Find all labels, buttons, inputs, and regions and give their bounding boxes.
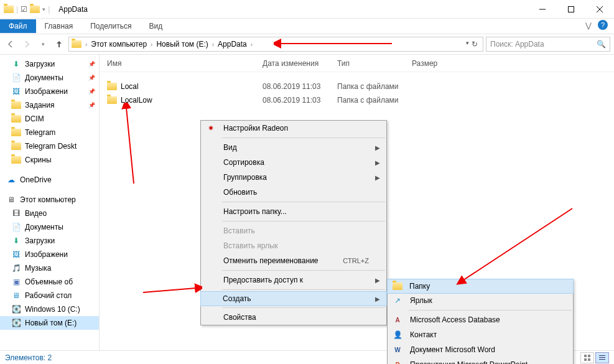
sidebar-item-thispc[interactable]: 🖥Этот компьютер — [0, 193, 99, 207]
search-box[interactable]: Поиск: AppData 🔍 — [486, 37, 610, 52]
back-button[interactable] — [4, 37, 17, 51]
refresh-icon[interactable]: ↻ — [472, 40, 478, 49]
menu-label: Вставить ярлык — [223, 241, 278, 250]
search-placeholder: Поиск: AppData — [490, 40, 544, 49]
column-date[interactable]: Дата изменения — [263, 59, 337, 68]
chevron-right-icon[interactable]: › — [251, 41, 253, 48]
ribbon-tab[interactable]: Главная — [36, 19, 82, 33]
menu-label: Контакт — [410, 330, 437, 339]
menu-label: Папку — [409, 282, 430, 291]
folder-icon[interactable] — [30, 6, 40, 13]
svg-rect-5 — [588, 355, 590, 357]
maximize-button[interactable] — [557, 0, 585, 19]
sidebar-item-label: Задания — [25, 101, 54, 110]
breadcrumb-segment[interactable]: Новый том (E:) — [154, 40, 210, 49]
submenu-folder[interactable]: Папку — [387, 279, 574, 294]
submenu-word-doc[interactable]: WДокумент Microsoft Word — [388, 342, 573, 357]
menu-group[interactable]: Группировка▶ — [201, 170, 386, 185]
sidebar-item-folder[interactable]: Задания📌 — [0, 98, 99, 112]
qat-dropdown-icon[interactable]: ▾ — [42, 6, 45, 12]
sidebar-item-videos[interactable]: 🎞Видео — [0, 207, 99, 220]
qat-checkbox-icon[interactable]: ☑ — [21, 5, 27, 14]
pin-icon: 📌 — [88, 88, 95, 95]
recent-dropdown[interactable]: ▾ — [36, 37, 50, 51]
pictures-icon: 🖼 — [11, 86, 21, 96]
chevron-right-icon[interactable]: › — [212, 41, 214, 48]
sidebar-item-drive[interactable]: 💽Новый том (E:) — [0, 316, 99, 330]
menu-label: Сортировка — [223, 158, 264, 167]
submenu-access-db[interactable]: AMicrosoft Access Database — [388, 312, 573, 327]
sidebar-item-folder[interactable]: Скрины — [0, 153, 99, 167]
file-tab[interactable]: Файл — [0, 19, 36, 33]
menu-undo[interactable]: Отменить переименованиеCTRL+Z — [201, 253, 386, 268]
sidebar-item-folder[interactable]: DCIM — [0, 112, 99, 126]
ribbon-tab[interactable]: Вид — [140, 19, 171, 33]
contact-icon: 👤 — [393, 330, 402, 340]
ribbon-tab[interactable]: Поделиться — [81, 19, 140, 33]
sidebar-item-downloads[interactable]: ⬇Загрузки — [0, 234, 99, 248]
menu-properties[interactable]: Свойства — [201, 310, 386, 325]
menu-create[interactable]: Создать▶ — [200, 291, 387, 306]
sidebar-item-pictures[interactable]: 🖼Изображени — [0, 248, 99, 261]
window-title: AppData — [53, 5, 528, 14]
sidebar-item-folder[interactable]: Telegram — [0, 126, 99, 139]
view-details-button[interactable] — [595, 352, 609, 363]
sidebar-item-drive[interactable]: 💽Windows 10 (C:) — [0, 302, 99, 316]
chevron-right-icon[interactable]: › — [85, 41, 87, 48]
menu-refresh[interactable]: Обновить — [201, 185, 386, 200]
access-icon: A — [393, 315, 402, 325]
file-row[interactable]: Local 08.06.2019 11:03 Папка с файлами — [100, 80, 614, 93]
sidebar-item-pictures[interactable]: 🖼Изображени📌 — [0, 85, 99, 98]
column-type[interactable]: Тип — [337, 59, 412, 68]
column-size[interactable]: Размер — [412, 59, 462, 68]
up-button[interactable] — [52, 37, 66, 51]
address-bar[interactable]: › Этот компьютер › Новый том (E:) › AppD… — [68, 37, 483, 52]
sidebar-item-documents[interactable]: 📄Документы — [0, 220, 99, 234]
menu-view[interactable]: Вид▶ — [201, 140, 386, 155]
computer-icon: 🖥 — [6, 195, 16, 205]
folder-icon — [4, 6, 14, 13]
forward-button[interactable] — [20, 37, 34, 51]
pin-icon: 📌 — [88, 75, 95, 81]
file-row[interactable]: LocalLow 08.06.2019 11:03 Папка с файлам… — [100, 93, 614, 107]
folder-icon — [11, 155, 21, 165]
menu-sort[interactable]: Сортировка▶ — [201, 155, 386, 170]
column-name[interactable]: Имя — [107, 59, 263, 68]
minimize-button[interactable] — [528, 0, 557, 19]
menu-separator — [222, 138, 385, 138]
chevron-right-icon[interactable]: › — [151, 41, 152, 48]
menu-customize-folder[interactable]: Настроить папку... — [201, 204, 386, 219]
menu-label: Предоставить доступ к — [223, 276, 303, 284]
powerpoint-icon: P — [393, 360, 402, 364]
desktop-icon: 🖥 — [11, 291, 21, 301]
ribbon-collapse-icon[interactable]: ⋁ — [585, 21, 592, 30]
sidebar-item-folder[interactable]: Telegram Deskt — [0, 139, 99, 153]
help-icon[interactable]: ? — [598, 20, 608, 30]
sidebar-item-documents[interactable]: 📄Документы📌 — [0, 71, 99, 85]
sidebar-item-downloads[interactable]: ⬇Загрузки📌 — [0, 57, 99, 71]
sidebar-item-3dobjects[interactable]: ▣Объемные об — [0, 275, 99, 289]
sidebar-item-label: Windows 10 (C:) — [25, 305, 80, 314]
submenu-shortcut[interactable]: ↗Ярлык — [388, 293, 573, 308]
documents-icon: 📄 — [11, 222, 21, 232]
submenu-powerpoint[interactable]: PПрезентация Microsoft PowerPoint — [388, 357, 573, 364]
submenu-contact[interactable]: 👤Контакт — [388, 327, 573, 342]
address-dropdown-icon[interactable]: ▾ — [466, 40, 469, 49]
menu-share-access[interactable]: Предоставить доступ к▶ — [201, 273, 386, 287]
folder-icon — [393, 281, 402, 291]
sidebar-item-label: OneDrive — [20, 175, 52, 184]
folder-icon — [107, 96, 117, 104]
column-headers: Имя Дата изменения Тип Размер — [100, 55, 614, 72]
sidebar-item-label: Музыка — [25, 264, 51, 273]
breadcrumb-segment[interactable]: Этот компьютер — [88, 40, 149, 49]
menu-separator — [222, 202, 385, 202]
sidebar-item-onedrive[interactable]: ☁OneDrive — [0, 173, 99, 187]
menu-label: Обновить — [223, 188, 257, 197]
close-button[interactable] — [585, 0, 614, 19]
view-large-icons-button[interactable] — [580, 352, 594, 363]
breadcrumb-segment[interactable]: AppData — [215, 40, 249, 49]
sidebar-item-desktop[interactable]: 🖥Рабочий стол — [0, 289, 99, 302]
menu-radeon[interactable]: ✷Настройки Radeon — [201, 121, 386, 136]
sidebar-item-music[interactable]: 🎵Музыка — [0, 261, 99, 275]
svg-rect-6 — [584, 358, 587, 361]
